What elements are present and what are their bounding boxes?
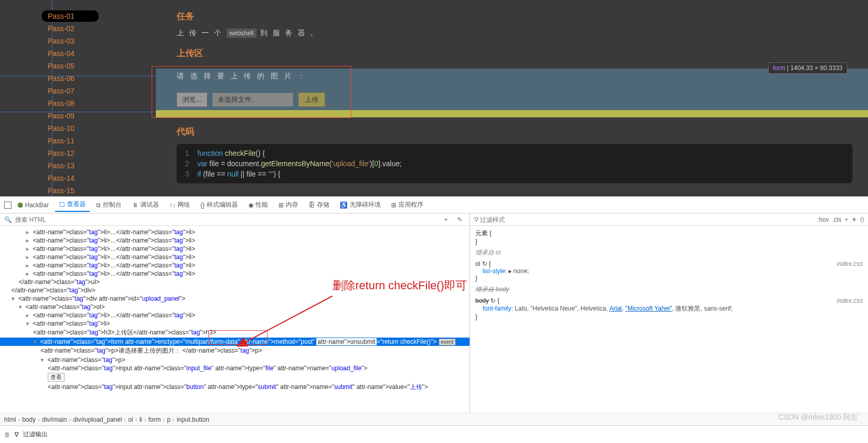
print-media-icon[interactable]: ⎙ xyxy=(860,216,864,223)
file-input[interactable]: 未选择文件。 xyxy=(212,93,293,106)
tab-console[interactable]: ⧉ 控制台 xyxy=(92,198,126,211)
sidebar-item-pass-11[interactable]: Pass-11 xyxy=(42,135,99,146)
task-description: 上 传 一 个 webshell 到 服 务 器 。 xyxy=(177,29,868,38)
sidebar-item-pass-13[interactable]: Pass-13 xyxy=(42,160,99,171)
upload-submit-button[interactable]: 上传 xyxy=(298,92,325,107)
css-value[interactable]: none xyxy=(513,267,527,275)
upload-form: 请 选 择 要 上 传 的 图 片 ： 浏览... 未选择文件。 上传 xyxy=(177,65,868,119)
tab-hackbar[interactable]: HackBar xyxy=(14,199,53,211)
search-icon: 🔍 xyxy=(4,216,12,223)
sidebar-item-pass-01[interactable]: Pass-01 xyxy=(42,10,99,22)
devtools-toolbar: HackBar ☐ 查看器 ⧉ 控制台 ⏸ 调试器 ↑↓ 网络 {} 样式编辑器… xyxy=(0,197,868,213)
tab-style-editor[interactable]: {} 样式编辑器 xyxy=(196,198,242,211)
code-text: function checkFile() { xyxy=(197,149,265,157)
watermark: CSDN @mlws1900 阿志 xyxy=(778,413,858,422)
tab-application[interactable]: ⊞ 应用程序 xyxy=(387,198,428,211)
breadcrumb-item[interactable]: ol xyxy=(128,416,133,423)
breadcrumb-item[interactable]: p xyxy=(167,416,171,423)
breadcrumb-item[interactable]: form xyxy=(149,416,161,423)
sidebar-item-pass-14[interactable]: Pass-14 xyxy=(42,172,99,184)
filter-icon: ∇ xyxy=(474,216,478,223)
dom-node[interactable]: ▸ <attr-name">class="tag">li>…</attr-nam… xyxy=(0,253,470,261)
code-line: 2 var file = document.getElementsByName(… xyxy=(177,158,852,169)
hov-toggle[interactable]: :hov xyxy=(817,216,829,223)
sidebar-item-pass-04[interactable]: Pass-04 xyxy=(42,48,99,59)
code-line: 3 if (file == null || file == "") { xyxy=(177,169,852,179)
sidebar-item-pass-05[interactable]: Pass-05 xyxy=(42,60,99,72)
sidebar-item-pass-03[interactable]: Pass-03 xyxy=(42,35,99,47)
annotation-text: 删除return checkFile()即可 xyxy=(332,278,467,293)
dom-node[interactable]: ▸ <attr-name">class="tag">li>…</attr-nam… xyxy=(0,261,470,270)
tab-inspector[interactable]: ☐ 查看器 xyxy=(55,198,90,212)
dom-node[interactable]: ▾ <attr-name">class="tag">ol> xyxy=(0,303,470,311)
task-code-tag: webshell xyxy=(226,29,257,38)
sidebar-item-pass-10[interactable]: Pass-10 xyxy=(42,123,99,134)
line-number: 2 xyxy=(177,159,197,168)
css-prop[interactable]: list-style xyxy=(483,267,505,275)
light-dark-icon[interactable]: ☀ xyxy=(851,216,857,223)
sidebar-item-pass-15[interactable]: Pass-15 xyxy=(42,185,99,196)
breadcrumb-item[interactable]: li xyxy=(139,416,142,423)
dom-node[interactable]: ▾ <attr-name">class="tag">li> xyxy=(0,319,470,328)
dom-node[interactable]: ▸ <attr-name">class="tag">li>…</attr-nam… xyxy=(0,245,470,253)
sidebar-item-pass-06[interactable]: Pass-06 xyxy=(42,73,99,84)
edit-html-icon[interactable]: ✎ xyxy=(454,216,465,223)
breadcrumb-item[interactable]: input.button xyxy=(177,416,209,423)
breadcrumb-item[interactable]: div#upload_panel xyxy=(73,416,122,423)
breadcrumb-item[interactable]: div#main xyxy=(42,416,67,423)
tab-accessibility[interactable]: ♿ 无障碍环境 xyxy=(336,198,385,211)
dom-node[interactable]: ▸ <attr-name">class="tag">li>…</attr-nam… xyxy=(0,270,470,278)
code-block: 1function checkFile() {2 var file = docu… xyxy=(177,144,852,183)
tab-storage[interactable]: 🗄 存储 xyxy=(304,198,333,211)
cls-toggle[interactable]: .cls xyxy=(832,216,842,223)
sidebar-item-pass-02[interactable]: Pass-02 xyxy=(42,23,99,34)
sidebar-item-pass-08[interactable]: Pass-08 xyxy=(42,98,99,109)
dom-node[interactable]: ▸ <attr-name">class="tag">li>…</attr-nam… xyxy=(0,228,470,236)
sidebar-item-pass-09[interactable]: Pass-09 xyxy=(42,110,99,122)
dom-node[interactable]: <attr-name">class="tag">p>请选择要上传的图片： </a… xyxy=(0,346,470,356)
breadcrumb-item[interactable]: html xyxy=(4,416,16,423)
code-text: var file = document.getElementsByName('u… xyxy=(197,159,402,168)
inspector-left-pane: 🔍 + ✎ ▸ <attr-name">class="tag">li>…</at… xyxy=(0,213,470,413)
tab-debugger[interactable]: ⏸ 调试器 xyxy=(128,198,163,211)
css-value[interactable]: Lato, "Helvetica Neue", Helvetica, xyxy=(515,305,609,312)
rule-source-link[interactable]: index.css xyxy=(837,260,863,267)
html-search-input[interactable] xyxy=(15,216,438,223)
css-font-link[interactable]: "Microsoft Yahei" xyxy=(625,305,672,312)
tab-performance[interactable]: ◉ 性能 xyxy=(244,198,272,211)
dom-node[interactable]: ▾ <attr-name">class="tag">div attr-name"… xyxy=(0,294,470,303)
code-line: 1function checkFile() { xyxy=(177,148,852,158)
rule-source-link[interactable]: index.css xyxy=(837,297,863,304)
dom-node[interactable]: ▾ <attr-name">class="tag">form attr-name… xyxy=(0,338,470,346)
breadcrumb-item[interactable]: body xyxy=(22,416,36,423)
dom-node[interactable]: ▸ <attr-name">class="tag">li>…</attr-nam… xyxy=(0,311,470,319)
tab-network[interactable]: ↑↓ 网络 xyxy=(165,198,194,211)
clear-output-icon[interactable]: 🗑 xyxy=(4,431,10,438)
dom-breadcrumb[interactable]: html›body›div#main›div#upload_panel›ol›l… xyxy=(0,413,868,425)
dom-tree[interactable]: ▸ <attr-name">class="tag">li>…</attr-nam… xyxy=(0,226,470,413)
dom-node[interactable]: <attr-name">class="tag">h3>上传区</attr-nam… xyxy=(0,328,470,338)
dom-node[interactable]: <attr-name">class="tag">input attr-name"… xyxy=(0,382,470,392)
dom-node[interactable]: ▸ <attr-name">class="tag">li>…</attr-nam… xyxy=(0,236,470,245)
code-section-title: 代码 xyxy=(177,126,868,138)
dom-node[interactable]: ▾ <attr-name">class="tag">p> xyxy=(0,356,470,364)
task-text-prefix: 上 传 一 个 xyxy=(177,29,226,37)
tab-memory[interactable]: ⊞ 内存 xyxy=(274,198,302,211)
dom-node[interactable]: <attr-name">class="tag">input attr-name"… xyxy=(0,364,470,372)
sidebar-item-pass-12[interactable]: Pass-12 xyxy=(42,147,99,159)
styles-filter-input[interactable] xyxy=(480,216,558,223)
css-prop[interactable]: font-family xyxy=(483,305,511,312)
inspect-element-icon[interactable] xyxy=(4,202,11,209)
main-content: 任务 上 传 一 个 webshell 到 服 务 器 。 上传区 请 选 择 … xyxy=(156,0,868,196)
filter-output-label: 过滤输出 xyxy=(23,430,48,439)
css-font-link[interactable]: Arial xyxy=(609,305,622,312)
add-node-button[interactable]: + xyxy=(441,216,451,223)
sidebar-item-pass-07[interactable]: Pass-07 xyxy=(42,85,99,97)
add-rule-button[interactable]: + xyxy=(845,216,848,223)
code-text: if (file == null || file == "") { xyxy=(197,170,281,178)
dom-node[interactable]: 查看 xyxy=(0,372,470,382)
line-number: 1 xyxy=(177,149,197,157)
browse-button[interactable]: 浏览... xyxy=(177,92,207,107)
devtools-panel: HackBar ☐ 查看器 ⧉ 控制台 ⏸ 调试器 ↑↓ 网络 {} 样式编辑器… xyxy=(0,196,868,443)
task-text-suffix: 到 服 务 器 。 xyxy=(260,29,319,37)
